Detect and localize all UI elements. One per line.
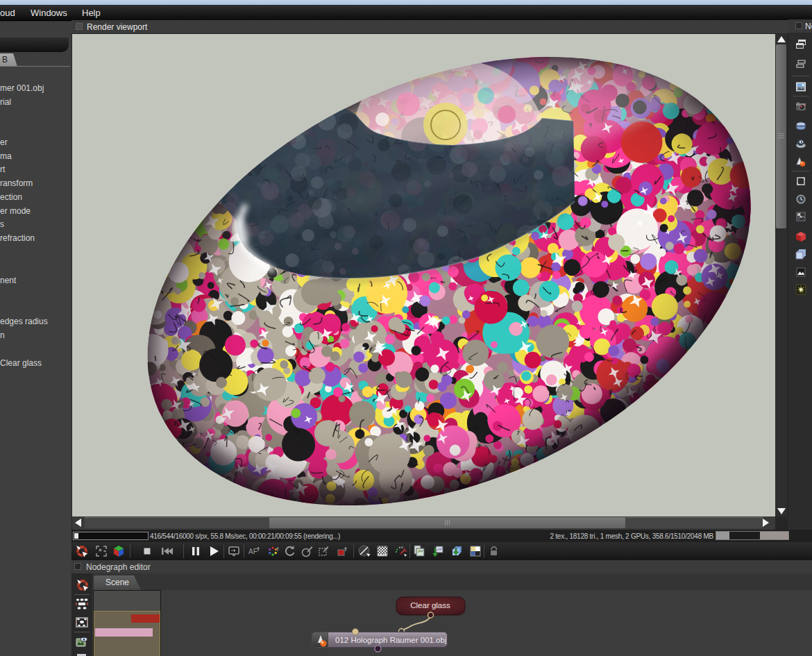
svg-text:AF: AF — [248, 548, 257, 555]
svg-text:Clear glass: Clear glass — [410, 601, 450, 609]
svg-text:012 Holograph Raumer 001.obj: 012 Holograph Raumer 001.obj — [335, 636, 446, 644]
